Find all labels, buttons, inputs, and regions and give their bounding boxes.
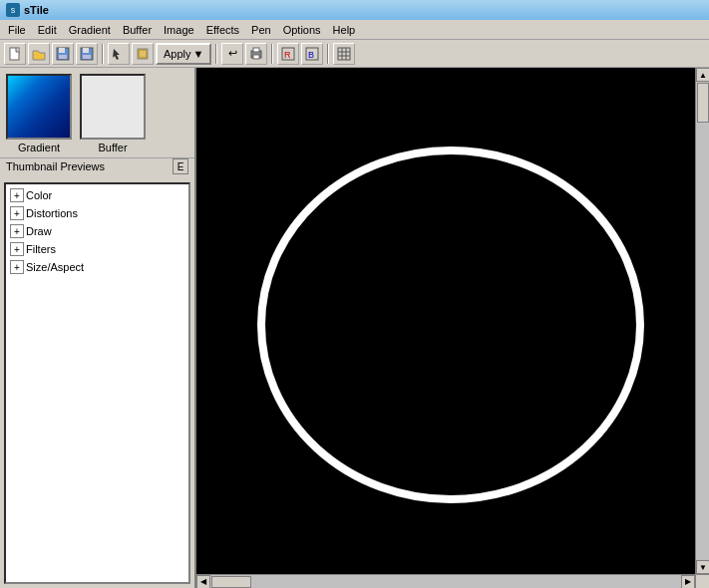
gradient-label: Gradient xyxy=(18,142,60,153)
apply-button[interactable]: Apply ▼ xyxy=(156,43,211,65)
svg-rect-8 xyxy=(140,51,146,57)
svg-text:R: R xyxy=(284,50,291,60)
gradient-thumb-box xyxy=(6,74,72,140)
scroll-up-arrow[interactable]: ▲ xyxy=(696,68,709,82)
menu-image[interactable]: Image xyxy=(158,22,200,38)
tree-expand-distortions[interactable]: + xyxy=(10,206,24,220)
menu-options[interactable]: Options xyxy=(277,22,327,38)
saveas-button[interactable] xyxy=(76,43,98,65)
save-button[interactable] xyxy=(52,43,74,65)
menu-buffer[interactable]: Buffer xyxy=(117,22,158,38)
menu-pen[interactable]: Pen xyxy=(245,22,277,38)
svg-rect-20 xyxy=(338,48,350,60)
tree-item-draw[interactable]: + Draw xyxy=(6,222,188,240)
svg-text:B: B xyxy=(308,50,314,60)
buffer-preview xyxy=(82,76,144,138)
undo-button[interactable]: ↩ xyxy=(221,43,243,65)
thumbnail-e-button[interactable]: E xyxy=(173,158,188,174)
toolbar: Apply ▼ ↩ R B xyxy=(0,40,709,68)
menu-effects[interactable]: Effects xyxy=(200,22,245,38)
gradient-thumbnail: Gradient xyxy=(6,74,72,153)
scroll-left-arrow[interactable]: ◀ xyxy=(196,575,210,589)
tree-label-draw: Draw xyxy=(26,225,52,237)
tree-label-sizeaspect: Size/Aspect xyxy=(26,261,84,273)
canvas-row: ▲ ▼ xyxy=(196,68,709,574)
buf2-button[interactable]: B xyxy=(301,43,323,65)
tree-item-filters[interactable]: + Filters xyxy=(6,240,188,258)
scroll-corner xyxy=(695,575,709,589)
tree-label-distortions: Distortions xyxy=(26,207,78,219)
svg-rect-10 xyxy=(253,48,259,52)
paint-button[interactable] xyxy=(132,43,154,65)
sep2 xyxy=(215,44,217,64)
thumbnails-area: Gradient Buffer xyxy=(0,68,194,158)
svg-rect-2 xyxy=(59,48,65,53)
menu-bar: File Edit Gradient Buffer Image Effects … xyxy=(0,20,709,40)
h-scroll-track[interactable] xyxy=(210,575,681,589)
menu-help[interactable]: Help xyxy=(327,22,362,38)
scroll-track[interactable] xyxy=(696,82,709,560)
select-button[interactable] xyxy=(108,43,130,65)
horizontal-scrollbar[interactable]: ◀ ▶ xyxy=(196,574,709,588)
svg-rect-11 xyxy=(253,55,259,59)
tree-item-color[interactable]: + Color xyxy=(6,186,188,204)
new-button[interactable] xyxy=(4,43,26,65)
tree-item-sizeaspect[interactable]: + Size/Aspect xyxy=(6,258,188,276)
menu-edit[interactable]: Edit xyxy=(32,22,63,38)
svg-rect-6 xyxy=(83,55,91,59)
main-layout: Gradient Buffer Thumbnail Previews E + C… xyxy=(0,68,709,588)
tree-expand-filters[interactable]: + xyxy=(10,242,24,256)
buffer-thumb-box xyxy=(80,74,146,140)
sep1 xyxy=(102,44,104,64)
scroll-down-arrow[interactable]: ▼ xyxy=(696,560,709,574)
app-icon: s xyxy=(6,3,20,17)
gradient-preview xyxy=(8,76,70,138)
grid-button[interactable] xyxy=(333,43,355,65)
tree-expand-color[interactable]: + xyxy=(10,188,24,202)
sep4 xyxy=(327,44,329,64)
menu-file[interactable]: File xyxy=(2,22,32,38)
title-bar: s sTile xyxy=(0,0,709,20)
print-button[interactable] xyxy=(245,43,267,65)
svg-rect-5 xyxy=(83,48,89,53)
tree-label-color: Color xyxy=(26,189,52,201)
h-scroll-thumb[interactable] xyxy=(211,576,251,588)
thumbnail-footer: Thumbnail Previews E xyxy=(0,158,194,178)
tree-expand-draw[interactable]: + xyxy=(10,224,24,238)
canvas-area[interactable] xyxy=(196,68,695,574)
menu-gradient[interactable]: Gradient xyxy=(63,22,117,38)
svg-rect-3 xyxy=(59,55,67,59)
tree-expand-sizeaspect[interactable]: + xyxy=(10,260,24,274)
left-panel: Gradient Buffer Thumbnail Previews E + C… xyxy=(0,68,196,588)
tree-label-filters: Filters xyxy=(26,243,56,255)
canvas-svg xyxy=(196,68,695,574)
buf1-button[interactable]: R xyxy=(277,43,299,65)
scroll-right-arrow[interactable]: ▶ xyxy=(681,575,695,589)
tree-panel: + Color + Distortions + Draw + Filters +… xyxy=(4,182,190,584)
tree-item-distortions[interactable]: + Distortions xyxy=(6,204,188,222)
thumbnail-preview-label: Thumbnail Previews xyxy=(6,160,105,172)
scroll-thumb[interactable] xyxy=(697,83,709,123)
vertical-scrollbar[interactable]: ▲ ▼ xyxy=(695,68,709,574)
buffer-label: Buffer xyxy=(98,142,127,153)
buffer-thumbnail: Buffer xyxy=(80,74,146,153)
open-button[interactable] xyxy=(28,43,50,65)
canvas-wrapper: ▲ ▼ ◀ ▶ xyxy=(196,68,709,588)
sep3 xyxy=(271,44,273,64)
title-text: sTile xyxy=(24,4,49,16)
